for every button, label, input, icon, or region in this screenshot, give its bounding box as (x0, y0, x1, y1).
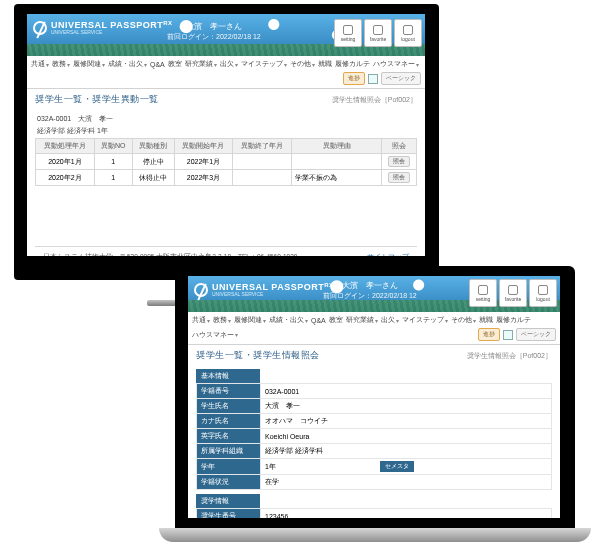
logout-button[interactable]: logout (529, 279, 557, 307)
brand-logo-icon (33, 21, 47, 35)
gear-icon (343, 25, 353, 35)
menu-item[interactable]: マイステップ▾ (402, 315, 448, 325)
cell: 休得止中 (132, 170, 174, 186)
inquiry-button[interactable]: 照会 (388, 172, 410, 183)
field-label: 英字氏名 (197, 429, 261, 444)
menu-item[interactable]: 共通▾ (192, 315, 210, 325)
home-icon[interactable] (368, 74, 378, 84)
cell: 1 (94, 154, 132, 170)
menu-item[interactable]: 教室 (329, 315, 343, 325)
menu-item[interactable]: 就職 (318, 59, 332, 69)
menu-item[interactable]: 共通▾ (31, 59, 49, 69)
menu-item[interactable]: ハウスマネー▾ (373, 59, 419, 69)
menu-item[interactable]: ハウスマネー▾ (192, 330, 238, 340)
field-value: オオハマ コウイチ (261, 414, 552, 429)
progress-chip[interactable]: 進捗 (343, 72, 365, 85)
table-header-row: 異動処理年月 異動NO 異動種別 異動開始年月 異動終了年月 異動理由 照会 (36, 139, 417, 154)
last-login: 前回ログイン：2022/02/18 12 (167, 32, 261, 42)
section-scholarship-head: 奨学情報 (196, 494, 260, 508)
menu-item[interactable]: 成績・出欠▾ (108, 59, 147, 69)
cell: 停止中 (132, 154, 174, 170)
favorite-button[interactable]: favorite (499, 279, 527, 307)
scholarship-info-table: 奨学生番号123456 奨学金名称育英奨学金 採用年度 2021年給付学期1学期… (196, 508, 552, 518)
field-label: 所属学科組織 (197, 444, 261, 459)
home-icon[interactable] (503, 330, 513, 340)
chevron-down-icon: ▾ (284, 61, 287, 68)
col-header: 異動理由 (292, 139, 382, 154)
col-header: 異動開始年月 (174, 139, 233, 154)
cell: 2020年2月 (36, 170, 95, 186)
menu-item[interactable]: 履修カルテ (335, 59, 370, 69)
menu-item[interactable]: マイステップ▾ (241, 59, 287, 69)
chevron-down-icon: ▾ (235, 61, 238, 68)
mode-pill[interactable]: ベーシック (381, 72, 421, 85)
menu-item[interactable]: 就職 (479, 315, 493, 325)
page-code: 奨学生情報照会［Pof002］ (332, 95, 417, 105)
cell: 2022年1月 (174, 154, 233, 170)
chevron-down-icon: ▾ (214, 61, 217, 68)
user-block: 大濱 孝一さん 前回ログイン：2022/02/18 12 (167, 21, 261, 42)
logout-button[interactable]: logout (394, 19, 422, 47)
basic-info-table: 学籍番号032A-0001 学生氏名大濱 孝一 カナ氏名オオハマ コウイチ 英字… (196, 383, 552, 490)
cell: 2022年3月 (174, 170, 233, 186)
menu-item[interactable]: 履修カルテ (496, 315, 531, 325)
chevron-down-icon: ▾ (312, 61, 315, 68)
menu-item[interactable]: 出欠▾ (381, 315, 399, 325)
brand-logo-icon (194, 283, 208, 297)
inquiry-button[interactable]: 照会 (388, 156, 410, 167)
menu-item[interactable]: 出欠▾ (220, 59, 238, 69)
menu-item[interactable]: 履修関連▾ (234, 315, 266, 325)
sitemap-link[interactable]: サイトマップ (367, 252, 409, 256)
setting-button[interactable]: setting (469, 279, 497, 307)
monitor-bezel: UNIVERSAL PASSPORTRX UNIVERSAL SERVICE 大… (14, 4, 439, 280)
menu-item[interactable]: その他▾ (290, 59, 315, 69)
chevron-down-icon: ▾ (46, 61, 49, 68)
menu-item[interactable]: 履修関連▾ (73, 59, 105, 69)
main-menu: 共通▾ 教務▾ 履修関連▾ 成績・出欠▾ Q&A 教室 研究業績▾ 出欠▾ マイ… (188, 312, 560, 345)
page-bar: 奨学生一覧・奨学生情報照会 奨学生情報照会［Pof002］ (188, 345, 560, 366)
banner-buttons: setting favorite logout (469, 279, 557, 307)
banner-buttons: setting favorite logout (334, 19, 422, 47)
app-banner: UNIVERSAL PASSPORTRX UNIVERSAL SERVICE 大… (188, 276, 560, 312)
menu-item[interactable]: 教務▾ (52, 59, 70, 69)
mode-pill[interactable]: ベーシック (516, 328, 556, 341)
footer-text: 日本システム技術大学 〒530-0005 大阪市北区中之島2-3-18 TEL：… (43, 252, 297, 256)
menu-item[interactable]: 教室 (168, 59, 182, 69)
menu-item[interactable]: Q&A (311, 317, 326, 324)
field-value: Koeichi Oeura (261, 429, 552, 444)
page-bar: 奨学生一覧・奨学生異動一覧 奨学生情報照会［Pof002］ (27, 89, 425, 110)
desktop-monitor-device: UNIVERSAL PASSPORTRX UNIVERSAL SERVICE 大… (14, 4, 439, 306)
table-row: 2020年1月 1 停止中 2022年1月 照会 (36, 154, 417, 170)
content-area: 基本情報 学籍番号032A-0001 学生氏名大濱 孝一 カナ氏名オオハマ コウ… (188, 366, 560, 518)
brand-block: UNIVERSAL PASSPORTRX UNIVERSAL SERVICE (194, 282, 334, 297)
menu-item[interactable]: その他▾ (451, 315, 476, 325)
menu-item[interactable]: Q&A (150, 61, 165, 68)
cell: 1 (94, 170, 132, 186)
user-block: 大濱 孝一さん 前回ログイン：2022/02/18 12 (323, 280, 417, 301)
logout-icon (538, 285, 548, 295)
menu-item[interactable]: 研究業績▾ (185, 59, 217, 69)
student-dept-line: 経済学部 経済学科 1年 (37, 126, 417, 136)
inline-tag: セメスタ (380, 461, 414, 472)
star-icon (508, 285, 518, 295)
col-header: 異動NO (94, 139, 132, 154)
progress-chip[interactable]: 進捗 (478, 328, 500, 341)
menu-item[interactable]: 教務▾ (213, 315, 231, 325)
brand-block: UNIVERSAL PASSPORTRX UNIVERSAL SERVICE (33, 20, 173, 35)
table-row: 2020年2月 1 休得止中 2022年3月 学業不振の為 照会 (36, 170, 417, 186)
menu-item[interactable]: 成績・出欠▾ (269, 315, 308, 325)
field-value: 1年セメスタ (261, 459, 552, 475)
student-id-line: 032A-0001 大濱 孝一 (37, 114, 417, 124)
logout-icon (403, 25, 413, 35)
cell: 照会 (382, 154, 417, 170)
field-value: 経済学部 経済学科 (261, 444, 552, 459)
page-title: 奨学生一覧・奨学生情報照会 (196, 349, 320, 362)
setting-button[interactable]: setting (334, 19, 362, 47)
menu-item[interactable]: 研究業績▾ (346, 315, 378, 325)
favorite-button[interactable]: favorite (364, 19, 392, 47)
field-value: 123456 (261, 509, 552, 519)
cell (233, 154, 292, 170)
footer-line: 日本システム技術大学 〒530-0005 大阪市北区中之島2-3-18 TEL：… (43, 252, 297, 256)
monitor-screen-content: UNIVERSAL PASSPORTRX UNIVERSAL SERVICE 大… (27, 14, 425, 256)
field-value: 大濱 孝一 (261, 399, 552, 414)
